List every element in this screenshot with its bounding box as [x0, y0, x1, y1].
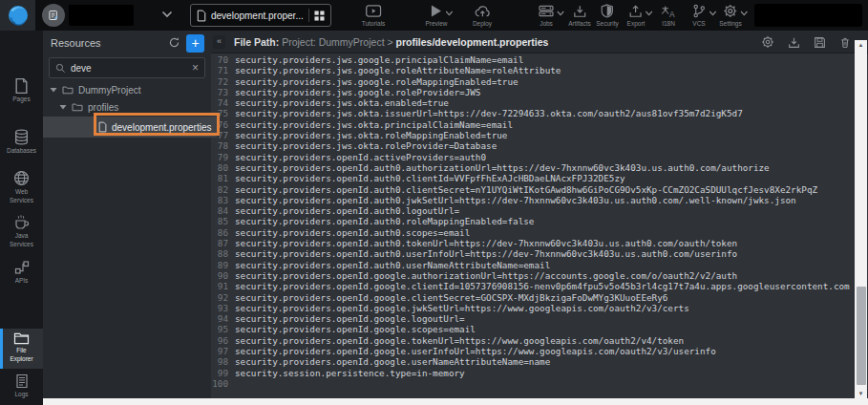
line-number: 71 [211, 65, 235, 75]
code-line: 71security.providers.jws.google.roleAttr… [211, 65, 868, 75]
vcs-icon [692, 4, 707, 18]
tree-node-dummyproject[interactable]: DummyProject [43, 82, 211, 97]
code-text: security.providers.jws.google.roleProvid… [235, 87, 480, 97]
code-text: security.providers.openId.auth0.userInfo… [235, 248, 737, 259]
logs-icon [15, 373, 29, 389]
chevron-down-icon[interactable] [646, 11, 653, 16]
sidebar-item-pages[interactable]: Pages [0, 75, 43, 104]
add-resource-button[interactable]: + [186, 34, 204, 53]
sidebar-item-databases[interactable]: Databases [0, 126, 43, 156]
code-line: 89security.providers.openId.auth0.userNa… [211, 260, 868, 270]
toolbar-item-jobs[interactable]: Jobs [539, 4, 554, 27]
toolbar-item-label: Export [627, 20, 646, 27]
code-text: security.providers.jws.okta.roleMappingE… [235, 130, 507, 140]
toolbar-item-i18n[interactable]: AI18N [661, 4, 676, 27]
code-text: security.providers.openId.google.scopes=… [235, 324, 476, 334]
code-line: 70security.providers.jws.google.principa… [211, 54, 868, 65]
chevron-down-icon[interactable] [446, 11, 454, 16]
line-number: 96 [211, 335, 235, 346]
line-number: 88 [211, 248, 235, 259]
code-text: security.providers.openId.auth0.jwkSetUr… [235, 195, 796, 205]
collapse-panel-icon[interactable]: « [213, 35, 225, 49]
line-number: 73 [211, 87, 235, 97]
grid-icon[interactable] [314, 11, 325, 21]
toolbar-item-artifacts[interactable]: Artifacts [568, 4, 590, 27]
line-number: 81 [211, 173, 235, 183]
clear-search-icon[interactable]: × [192, 61, 199, 75]
toolbar-item-security[interactable]: Security [596, 4, 618, 27]
toolbar-item-label: Settings [719, 20, 742, 27]
download-file-icon[interactable] [788, 35, 800, 49]
code-text: security.providers.openId.google.userNam… [235, 356, 550, 367]
chevron-down-icon[interactable] [557, 11, 564, 16]
code-text: security.providers.jws.google.principalC… [235, 54, 523, 65]
sidebar-item-label: Logs [14, 391, 28, 399]
resource-search-box: × [49, 57, 205, 78]
toolbar-item-vcs[interactable]: VCS [692, 4, 707, 27]
top-bar: development.proper... TutorialsPreviewDe… [0, 0, 868, 31]
toolbar-item-label: Preview [425, 20, 447, 27]
save-file-icon[interactable] [814, 35, 826, 49]
caret-down-icon[interactable] [59, 103, 67, 111]
code-line: 86security.providers.openId.auth0.scopes… [211, 227, 868, 238]
project-avatar[interactable] [42, 4, 65, 27]
tab-divider [308, 9, 309, 22]
code-text: security.providers.jws.okta.roleProvider… [235, 140, 497, 151]
code-text: security.providers.openId.google.userInf… [235, 346, 716, 356]
code-line: 92security.providers.openId.google.clien… [211, 292, 868, 303]
horizontal-scrollbar[interactable] [43, 398, 868, 405]
code-line: 73security.providers.jws.google.roleProv… [211, 87, 868, 97]
toolbar-item-deploy[interactable]: Deploy [473, 4, 492, 27]
editor-header: « File Path: Project: DummyProject > pro… [211, 31, 868, 53]
toolbar-item-export[interactable]: Export [627, 4, 646, 27]
toolbar-item-label: Security [596, 20, 618, 27]
vertical-scrollbar-thumb[interactable] [857, 287, 866, 385]
line-number: 79 [211, 152, 235, 162]
delete-file-icon[interactable] [839, 35, 851, 49]
sidebar-item-apis[interactable]: APIs [0, 257, 43, 286]
line-number: 93 [211, 303, 235, 313]
chevron-down-icon[interactable] [709, 11, 717, 16]
open-file-tab[interactable]: development.proper... [190, 4, 331, 27]
line-number: 70 [211, 54, 235, 65]
code-line: 78security.providers.jws.okta.roleProvid… [211, 140, 868, 151]
file-settings-icon[interactable] [761, 35, 774, 49]
app-window: development.proper... TutorialsPreviewDe… [0, 0, 868, 405]
code-line: 94security.providers.openId.google.logou… [211, 313, 868, 324]
sidebar-item-java-services[interactable]: JavaServices [0, 211, 43, 249]
toolbar-item-preview[interactable]: Preview [425, 4, 447, 27]
chevron-down-icon[interactable] [741, 11, 749, 16]
project-chevron-down-icon[interactable] [161, 11, 173, 18]
sidebar-item-file-explorer[interactable]: FileExplorer [0, 329, 43, 369]
code-area[interactable]: 70security.providers.jws.google.principa… [211, 54, 868, 405]
web-services-icon [13, 170, 30, 186]
tree-node-development-properties[interactable]: development.properties [43, 117, 217, 138]
line-number: 78 [211, 140, 235, 151]
sidebar-item-label: APIs [15, 277, 29, 286]
line-number: 87 [211, 238, 235, 248]
toolbar-item-tutorials[interactable]: Tutorials [362, 4, 386, 27]
toolbar-item-settings[interactable]: Settings [719, 4, 742, 27]
code-line: 95security.providers.openId.google.scope… [211, 324, 868, 334]
line-number: 80 [211, 162, 235, 173]
code-text: security.providers.jws.okta.enabled=true [235, 97, 449, 108]
app-logo[interactable] [0, 0, 35, 31]
vertical-scrollbar[interactable]: ▲ ▼ [855, 40, 867, 398]
scroll-down-arrow-icon[interactable]: ▼ [855, 391, 867, 396]
code-line: 91security.providers.openId.google.clien… [211, 281, 868, 291]
scroll-up-arrow-icon[interactable]: ▲ [855, 42, 867, 48]
sidebar-item-logs[interactable]: Logs [0, 371, 43, 399]
refresh-icon[interactable] [168, 36, 180, 49]
resources-title: Resources [51, 37, 101, 49]
java-services-icon [13, 214, 30, 230]
caret-down-icon[interactable] [50, 86, 57, 94]
code-text: security.providers.openId.auth0.logoutUr… [235, 205, 459, 216]
resource-search-input[interactable] [71, 63, 187, 74]
line-number: 86 [211, 227, 235, 238]
code-line: 74security.providers.jws.okta.enabled=tr… [211, 97, 868, 108]
tree-node-profiles[interactable]: profiles [43, 99, 211, 115]
line-number: 98 [211, 356, 235, 367]
sidebar-item-web-services[interactable]: WebServices [0, 167, 43, 205]
code-line: 85security.providers.openId.auth0.roleMa… [211, 216, 868, 226]
file-explorer-icon [13, 331, 30, 345]
